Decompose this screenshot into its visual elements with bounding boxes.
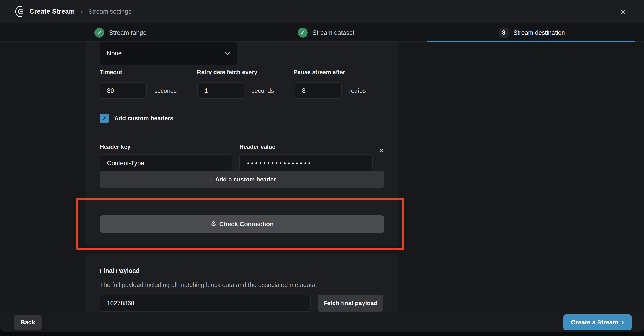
card-divider xyxy=(86,202,398,202)
check-connection-label: Check Connection xyxy=(220,221,274,228)
check-circle-icon: ✓ xyxy=(94,28,104,38)
streams-logo-icon xyxy=(14,6,24,17)
chevron-right-icon: › xyxy=(622,318,624,326)
timeout-label: Timeout xyxy=(100,69,122,76)
tab-label: Stream destination xyxy=(513,29,565,36)
final-payload-title: Final Payload xyxy=(100,267,140,274)
create-stream-button[interactable]: Create a Stream › xyxy=(564,314,632,330)
option-select-value: None xyxy=(107,50,122,57)
pause-unit: retries xyxy=(349,88,366,94)
retry-unit: seconds xyxy=(252,88,274,94)
check-connection-button[interactable]: ⚙ Check Connection xyxy=(100,215,384,233)
step-tabs-row: ✓ Stream range ✓ Stream dataset 3 Stream… xyxy=(18,24,634,42)
breadcrumb: Stream settings xyxy=(88,8,131,15)
back-button[interactable]: Back xyxy=(14,315,42,330)
retry-label: Retry data fetch every xyxy=(197,69,257,76)
timeout-unit: seconds xyxy=(154,88,176,94)
retry-input[interactable] xyxy=(197,82,244,99)
close-icon[interactable]: ✕ xyxy=(618,6,629,18)
masked-value: •••••••••••••••• xyxy=(247,160,312,166)
fetch-final-payload-button[interactable]: Fetch final payload xyxy=(318,295,383,312)
header-value-label: Header value xyxy=(240,144,275,150)
breadcrumb-separator-icon: › xyxy=(80,7,83,16)
header-value-input[interactable]: •••••••••••••••• xyxy=(240,154,372,172)
chevron-down-icon xyxy=(225,52,230,55)
pause-label: Pause stream after xyxy=(294,69,345,76)
page-title: Create Stream xyxy=(30,8,75,15)
modal-header: Create Stream › Stream settings ✕ xyxy=(0,0,644,24)
pause-input[interactable] xyxy=(295,82,342,99)
step-number-badge: 3 xyxy=(498,28,508,38)
add-custom-headers-label: Add custom headers xyxy=(114,115,173,122)
checkbox-check-icon: ✓ xyxy=(102,115,107,122)
add-custom-header-button[interactable]: + Add a custom header xyxy=(100,171,384,188)
header-key-label: Header key xyxy=(100,144,130,150)
final-payload-description: The full payload including all matching … xyxy=(100,282,317,288)
add-custom-header-label: Add a custom header xyxy=(215,176,276,183)
page-background-strip xyxy=(0,332,644,336)
tab-stream-range[interactable]: ✓ Stream range xyxy=(18,24,223,42)
check-circle-icon: ✓ xyxy=(298,28,308,38)
tab-label: Stream range xyxy=(109,29,146,36)
create-stream-modal: Create Stream › Stream settings ✕ ✓ Stre… xyxy=(0,0,644,336)
header-key-input[interactable] xyxy=(100,154,232,172)
plus-icon: + xyxy=(208,175,212,184)
tab-stream-destination[interactable]: 3 Stream destination xyxy=(429,24,634,42)
option-select[interactable]: None xyxy=(100,42,237,65)
create-stream-label: Create a Stream xyxy=(571,319,618,326)
tab-label: Stream dataset xyxy=(312,29,354,36)
modal-footer: Back Create a Stream › xyxy=(0,312,644,332)
remove-header-icon[interactable]: ✕ xyxy=(376,146,386,156)
content-scroll-area: None Timeout Retry data fetch every Paus… xyxy=(0,42,644,312)
step-tabs: ✓ Stream range ✓ Stream dataset 3 Stream… xyxy=(0,24,644,42)
timeout-input[interactable] xyxy=(100,82,147,99)
final-payload-input[interactable] xyxy=(100,295,311,312)
gear-icon: ⚙ xyxy=(210,220,216,228)
tab-stream-dataset[interactable]: ✓ Stream dataset xyxy=(223,24,429,42)
add-custom-headers-checkbox[interactable]: ✓ xyxy=(100,114,109,123)
